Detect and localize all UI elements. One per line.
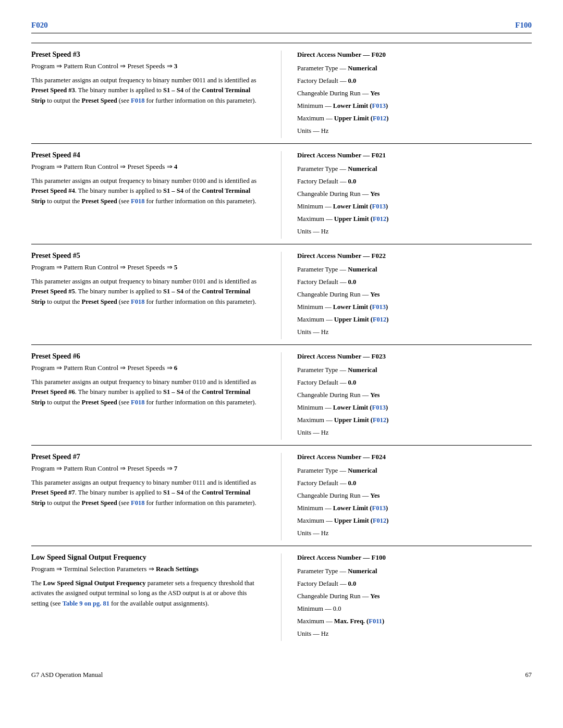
breadcrumb-preset-speed-6: Program ⇒ Pattern Run Control ⇒ Preset S… (31, 364, 265, 372)
description-preset-speed-3: This parameter assigns an output frequen… (31, 76, 265, 106)
right-minimum-preset-speed-6: Minimum — Lower Limit (F013) (297, 402, 532, 413)
right-paramtype-preset-speed-3: Parameter Type — Numerical (297, 63, 532, 73)
right-minimum-preset-speed-3: Minimum — Lower Limit (F013) (297, 101, 532, 111)
section-right-preset-speed-7: Direct Access Number — F024 Parameter Ty… (282, 453, 532, 540)
right-maximum-preset-speed-3: Maximum — Upper Limit (F012) (297, 113, 532, 124)
section-left-preset-speed-3: Preset Speed #3 Program ⇒ Pattern Run Co… (31, 51, 282, 138)
header-left: F020 (31, 21, 48, 30)
page-header: F020 F100 (31, 21, 532, 33)
section-title-preset-speed-7: Preset Speed #7 (31, 453, 265, 461)
right-minimum-preset-speed-7: Minimum — Lower Limit (F013) (297, 503, 532, 513)
right-maximum-preset-speed-7: Maximum — Upper Limit (F012) (297, 515, 532, 526)
section-left-preset-speed-5: Preset Speed #5 Program ⇒ Pattern Run Co… (31, 252, 282, 339)
page: F020 F100 Preset Speed #3 Program ⇒ Patt… (0, 0, 563, 728)
section-preset-speed-6: Preset Speed #6 Program ⇒ Pattern Run Co… (31, 344, 532, 445)
right-changeable-low-speed-signal: Changeable During Run — Yes (297, 591, 532, 601)
right-factorydefault-preset-speed-3: Factory Default — 0.0 (297, 76, 532, 86)
right-factorydefault-preset-speed-4: Factory Default — 0.0 (297, 176, 532, 187)
right-minimum-low-speed-signal: Minimum — 0.0 (297, 603, 532, 614)
right-maximum-preset-speed-4: Maximum — Upper Limit (F012) (297, 214, 532, 224)
right-title-preset-speed-3: Direct Access Number — F020 (297, 51, 532, 59)
sections-container: Preset Speed #3 Program ⇒ Pattern Run Co… (31, 43, 532, 646)
right-title-preset-speed-7: Direct Access Number — F024 (297, 453, 532, 461)
right-paramtype-preset-speed-5: Parameter Type — Numerical (297, 264, 532, 275)
right-units-low-speed-signal: Units — Hz (297, 628, 532, 639)
right-paramtype-low-speed-signal: Parameter Type — Numerical (297, 566, 532, 576)
right-paramtype-preset-speed-7: Parameter Type — Numerical (297, 465, 532, 476)
section-title-preset-speed-5: Preset Speed #5 (31, 252, 265, 260)
section-preset-speed-4: Preset Speed #4 Program ⇒ Pattern Run Co… (31, 143, 532, 244)
right-units-preset-speed-7: Units — Hz (297, 528, 532, 538)
section-title-preset-speed-4: Preset Speed #4 (31, 151, 265, 159)
right-units-preset-speed-3: Units — Hz (297, 126, 532, 136)
section-title-low-speed-signal: Low Speed Signal Output Frequency (31, 553, 265, 562)
description-preset-speed-4: This parameter assigns an output frequen… (31, 176, 265, 206)
footer-left: G7 ASD Operation Manual (31, 671, 103, 679)
section-left-low-speed-signal: Low Speed Signal Output Frequency Progra… (31, 553, 282, 641)
right-factorydefault-preset-speed-6: Factory Default — 0.0 (297, 377, 532, 388)
description-preset-speed-5: This parameter assigns an output frequen… (31, 277, 265, 307)
page-footer: G7 ASD Operation Manual 67 (31, 667, 532, 679)
description-preset-speed-6: This parameter assigns an output frequen… (31, 377, 265, 408)
section-title-preset-speed-6: Preset Speed #6 (31, 352, 265, 361)
section-preset-speed-3: Preset Speed #3 Program ⇒ Pattern Run Co… (31, 43, 532, 143)
section-left-preset-speed-7: Preset Speed #7 Program ⇒ Pattern Run Co… (31, 453, 282, 540)
breadcrumb-preset-speed-3: Program ⇒ Pattern Run Control ⇒ Preset S… (31, 62, 265, 70)
right-factorydefault-preset-speed-7: Factory Default — 0.0 (297, 478, 532, 488)
header-right: F100 (515, 21, 532, 30)
right-units-preset-speed-4: Units — Hz (297, 226, 532, 237)
right-title-preset-speed-5: Direct Access Number — F022 (297, 252, 532, 260)
right-units-preset-speed-6: Units — Hz (297, 427, 532, 438)
section-preset-speed-7: Preset Speed #7 Program ⇒ Pattern Run Co… (31, 445, 532, 546)
breadcrumb-preset-speed-4: Program ⇒ Pattern Run Control ⇒ Preset S… (31, 163, 265, 171)
section-right-preset-speed-5: Direct Access Number — F022 Parameter Ty… (282, 252, 532, 339)
right-factorydefault-low-speed-signal: Factory Default — 0.0 (297, 578, 532, 589)
right-changeable-preset-speed-5: Changeable During Run — Yes (297, 289, 532, 300)
right-paramtype-preset-speed-4: Parameter Type — Numerical (297, 164, 532, 174)
right-changeable-preset-speed-7: Changeable During Run — Yes (297, 490, 532, 501)
section-title-preset-speed-3: Preset Speed #3 (31, 51, 265, 59)
description-low-speed-signal: The Low Speed Signal Output Frequency pa… (31, 578, 265, 609)
right-changeable-preset-speed-6: Changeable During Run — Yes (297, 390, 532, 400)
breadcrumb-preset-speed-5: Program ⇒ Pattern Run Control ⇒ Preset S… (31, 263, 265, 272)
right-changeable-preset-speed-3: Changeable During Run — Yes (297, 88, 532, 98)
right-title-low-speed-signal: Direct Access Number — F100 (297, 553, 532, 562)
right-units-preset-speed-5: Units — Hz (297, 327, 532, 337)
section-preset-speed-5: Preset Speed #5 Program ⇒ Pattern Run Co… (31, 244, 532, 344)
section-right-preset-speed-3: Direct Access Number — F020 Parameter Ty… (282, 51, 532, 138)
right-minimum-preset-speed-4: Minimum — Lower Limit (F013) (297, 201, 532, 212)
section-right-preset-speed-4: Direct Access Number — F021 Parameter Ty… (282, 151, 532, 239)
breadcrumb-preset-speed-7: Program ⇒ Pattern Run Control ⇒ Preset S… (31, 464, 265, 473)
section-left-preset-speed-6: Preset Speed #6 Program ⇒ Pattern Run Co… (31, 352, 282, 440)
description-preset-speed-7: This parameter assigns an output frequen… (31, 478, 265, 508)
right-paramtype-preset-speed-6: Parameter Type — Numerical (297, 365, 532, 375)
right-changeable-preset-speed-4: Changeable During Run — Yes (297, 189, 532, 199)
right-title-preset-speed-4: Direct Access Number — F021 (297, 151, 532, 159)
section-right-preset-speed-6: Direct Access Number — F023 Parameter Ty… (282, 352, 532, 440)
right-factorydefault-preset-speed-5: Factory Default — 0.0 (297, 277, 532, 287)
right-maximum-low-speed-signal: Maximum — Max. Freq. (F011) (297, 616, 532, 626)
right-minimum-preset-speed-5: Minimum — Lower Limit (F013) (297, 302, 532, 312)
section-right-low-speed-signal: Direct Access Number — F100 Parameter Ty… (282, 553, 532, 641)
section-left-preset-speed-4: Preset Speed #4 Program ⇒ Pattern Run Co… (31, 151, 282, 239)
right-title-preset-speed-6: Direct Access Number — F023 (297, 352, 532, 361)
footer-right: 67 (525, 671, 532, 679)
breadcrumb-low-speed-signal: Program ⇒ Terminal Selection Parameters … (31, 565, 265, 573)
right-maximum-preset-speed-6: Maximum — Upper Limit (F012) (297, 415, 532, 425)
section-low-speed-signal: Low Speed Signal Output Frequency Progra… (31, 546, 532, 646)
right-maximum-preset-speed-5: Maximum — Upper Limit (F012) (297, 314, 532, 325)
